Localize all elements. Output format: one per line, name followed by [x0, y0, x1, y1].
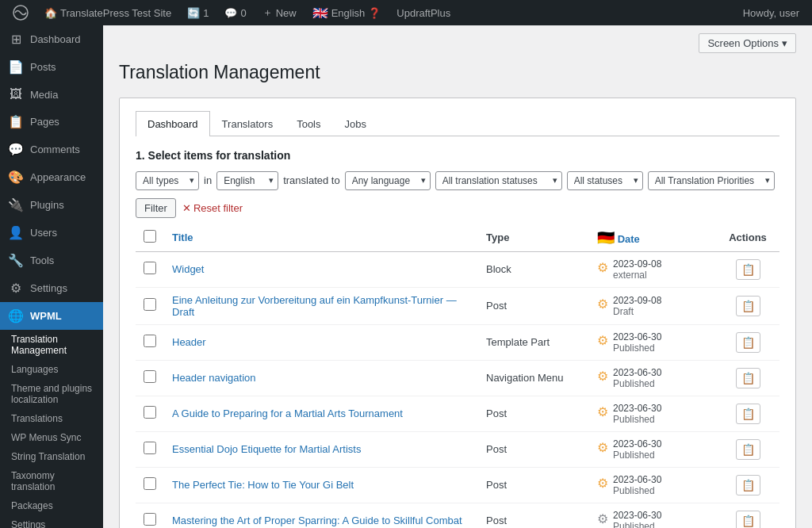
translation-status-filter[interactable]: All translation statuses Not translated …	[435, 171, 562, 190]
row-checkbox[interactable]	[144, 406, 156, 419]
wpml-icon: 🌐	[8, 308, 24, 323]
col-header-actions: Actions	[716, 224, 779, 252]
translate-icon: 📋	[741, 479, 755, 492]
row-title-link[interactable]: Header navigation	[172, 372, 256, 384]
row-title-cell: Widget	[164, 251, 478, 287]
sidebar-item-translation-management[interactable]: Translation Management	[0, 330, 103, 360]
sidebar-item-theme-plugins[interactable]: Theme and plugins localization	[0, 379, 103, 409]
row-checkbox-cell	[136, 396, 164, 431]
row-action-button[interactable]: 📋	[736, 511, 760, 528]
screen-options-button[interactable]: Screen Options ▾	[699, 33, 796, 53]
wpml-submenu: Translation Management Languages Theme a…	[0, 330, 103, 528]
sidebar-item-appearance[interactable]: 🎨 Appearance	[0, 163, 103, 191]
sidebar-item-string-translation[interactable]: String Translation	[0, 447, 103, 466]
row-date-status: Published	[613, 450, 661, 461]
row-title-link[interactable]: Header	[172, 336, 206, 348]
screen-options-chevron-icon: ▾	[782, 37, 787, 49]
sidebar-item-taxonomy-translation[interactable]: Taxonomy translation	[0, 466, 103, 496]
tab-dashboard[interactable]: Dashboard	[136, 111, 210, 136]
col-header-date[interactable]: Date	[618, 233, 640, 245]
sidebar-item-pages[interactable]: 📋 Pages	[0, 108, 103, 136]
row-title-link[interactable]: Widget	[172, 263, 204, 275]
translate-icon: 📋	[741, 443, 755, 456]
sidebar-item-dashboard[interactable]: ⊞ Dashboard	[0, 25, 103, 53]
language-filter[interactable]: English German French	[216, 171, 278, 190]
sidebar-item-comments[interactable]: 💬 Comments	[0, 136, 103, 163]
row-checkbox[interactable]	[144, 477, 156, 490]
needs-update-icon: ⚙	[597, 440, 608, 455]
type-filter[interactable]: All types Post Page Block	[136, 171, 199, 190]
tab-translators[interactable]: Translators	[210, 111, 285, 136]
plugins-icon: 🔌	[8, 197, 24, 212]
row-date-cell: ⚙ 2023-06-30 Published	[589, 324, 716, 360]
tab-tools[interactable]: Tools	[285, 111, 332, 136]
table-row: The Perfect Tie: How to Tie Your Gi Belt…	[136, 467, 779, 503]
adminbar-language[interactable]: 🇬🇧 English ❓	[306, 0, 388, 25]
row-checkbox[interactable]	[144, 513, 156, 526]
adminbar-site-name[interactable]: 🏠 TranslatePress Test Site	[38, 0, 178, 25]
row-action-button[interactable]: 📋	[736, 439, 760, 460]
any-language-filter[interactable]: Any language German French	[345, 171, 431, 190]
sidebar-item-packages[interactable]: Packages	[0, 496, 103, 515]
filter-row: All types Post Page Block in English Ger…	[136, 171, 779, 190]
row-action-button[interactable]: 📋	[736, 332, 760, 353]
adminbar-updraft[interactable]: UpdraftPlus	[390, 0, 457, 25]
row-title-link[interactable]: A Guide to Preparing for a Martial Arts …	[172, 407, 403, 419]
row-action-button[interactable]: 📋	[736, 296, 760, 316]
posts-icon: 📄	[8, 59, 24, 75]
sidebar-item-media[interactable]: 🖼 Media	[0, 81, 103, 108]
sidebar-item-tools[interactable]: 🔧 Tools	[0, 247, 103, 274]
sidebar-item-settings[interactable]: ⚙ Settings	[0, 274, 103, 302]
row-type-cell: Navigation Menu	[478, 360, 589, 396]
reset-filter-link[interactable]: ✕ Reset filter	[182, 202, 243, 214]
adminbar-comments[interactable]: 💬 0	[218, 0, 252, 25]
row-actions-cell: 📋	[716, 396, 779, 431]
adminbar-wp-logo[interactable]	[6, 0, 35, 25]
row-action-button[interactable]: 📋	[736, 475, 760, 495]
filter-button[interactable]: Filter	[136, 198, 176, 218]
row-action-button[interactable]: 📋	[736, 368, 760, 388]
sidebar-item-translations[interactable]: Translations	[0, 409, 103, 428]
uk-flag-icon: 🇬🇧	[312, 6, 328, 21]
all-statuses-filter[interactable]: All statuses Published Draft	[567, 171, 643, 190]
row-action-button[interactable]: 📋	[736, 404, 760, 424]
table-row: Essential Dojo Etiquette for Martial Art…	[136, 431, 779, 467]
row-date-cell: ⚙ 2023-09-08 external	[589, 251, 716, 287]
row-date-status: Draft	[613, 306, 661, 317]
row-title-link[interactable]: The Perfect Tie: How to Tie Your Gi Belt	[172, 479, 354, 491]
page-title: Translation Management	[119, 61, 796, 85]
adminbar-new[interactable]: ＋ New	[256, 0, 303, 25]
needs-update-icon: ⚙	[597, 260, 608, 275]
settings-icon: ⚙	[8, 281, 24, 296]
row-title-link[interactable]: Essential Dojo Etiquette for Martial Art…	[172, 443, 361, 455]
row-title-link[interactable]: Eine Anleitung zur Vorbereitung auf ein …	[172, 294, 457, 318]
tools-icon: 🔧	[8, 253, 24, 268]
sidebar-item-settings-wpml[interactable]: Settings	[0, 515, 103, 528]
row-type-cell: Post	[478, 287, 589, 324]
sidebar-item-wp-menus-sync[interactable]: WP Menus Sync	[0, 428, 103, 447]
select-all-checkbox[interactable]	[144, 230, 156, 243]
sidebar-item-languages[interactable]: Languages	[0, 360, 103, 379]
all-priorities-filter[interactable]: All Translation Priorities High Medium L…	[648, 171, 775, 190]
tab-jobs[interactable]: Jobs	[333, 111, 378, 136]
site-name-icon: 🏠	[44, 7, 57, 19]
sidebar-item-users[interactable]: 👤 Users	[0, 219, 103, 247]
row-action-button[interactable]: 📋	[736, 259, 760, 280]
row-checkbox[interactable]	[144, 335, 156, 347]
media-icon: 🖼	[8, 87, 24, 101]
row-title-cell: A Guide to Preparing for a Martial Arts …	[164, 396, 478, 431]
row-title-cell: Header	[164, 324, 478, 360]
row-title-link[interactable]: Mastering the Art of Proper Sparring: A …	[172, 515, 462, 526]
sidebar-item-posts[interactable]: 📄 Posts	[0, 53, 103, 81]
page-body: Screen Options ▾ Translation Management …	[103, 25, 812, 528]
table-row: Header navigation Navigation Menu ⚙ 2023…	[136, 360, 779, 396]
row-checkbox[interactable]	[144, 262, 156, 274]
sidebar-item-wpml[interactable]: 🌐 WPML	[0, 302, 103, 330]
row-checkbox[interactable]	[144, 442, 156, 454]
row-title-cell: Eine Anleitung zur Vorbereitung auf ein …	[164, 287, 478, 324]
adminbar-updates[interactable]: 🔄 1	[181, 0, 215, 25]
col-header-title[interactable]: Title	[164, 224, 478, 252]
sidebar-item-plugins[interactable]: 🔌 Plugins	[0, 191, 103, 219]
row-checkbox[interactable]	[144, 370, 156, 383]
row-checkbox[interactable]	[144, 298, 156, 311]
